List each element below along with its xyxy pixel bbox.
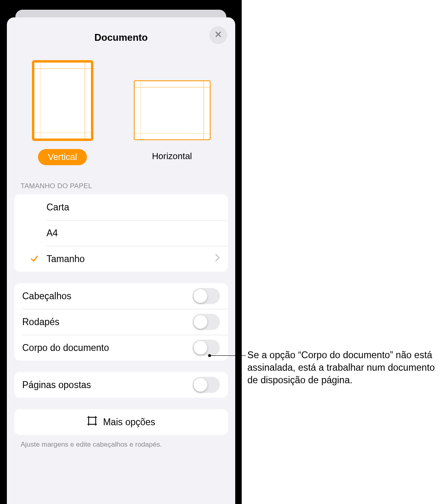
headers-toggle[interactable] — [192, 288, 220, 304]
orientation-selector: Vertical Horizontal — [7, 60, 235, 165]
toggle-label: Cabeçalhos — [22, 291, 192, 302]
paper-size-label: A4 — [46, 228, 220, 239]
toggle-row-facing-pages: Páginas opostas — [14, 372, 228, 398]
paper-size-label: Carta — [46, 202, 220, 213]
toggle-label: Rodapés — [22, 317, 192, 328]
paper-size-custom[interactable]: Tamanho — [14, 246, 228, 272]
page-thumb-portrait-icon — [32, 60, 93, 141]
toggle-row-headers: Cabeçalhos — [14, 283, 228, 309]
toggle-label: Páginas opostas — [22, 380, 192, 391]
toggle-label: Corpo do documento — [22, 342, 192, 353]
callout-leader-line — [209, 355, 246, 356]
facing-pages-group: Páginas opostas — [14, 372, 228, 398]
orientation-vertical-label: Vertical — [38, 149, 86, 165]
toggle-row-footers: Rodapés — [14, 309, 228, 335]
toggles-group: Cabeçalhos Rodapés Corpo do documento — [14, 283, 228, 361]
callout-annotation: Se a opção “Corpo do documento” não está… — [209, 350, 441, 386]
paper-size-group: Carta A4 Tamanho — [14, 194, 228, 272]
app-stage: Documento Vertical Horizontal Tama — [0, 0, 242, 504]
checkmark-icon — [22, 254, 46, 263]
more-options-button[interactable]: Mais opções — [14, 409, 228, 435]
footer-note: Ajuste margens e edite cabeçalhos e roda… — [21, 441, 235, 449]
sheet-header: Documento — [7, 26, 235, 49]
paper-size-a4[interactable]: A4 — [14, 220, 228, 246]
paper-size-carta[interactable]: Carta — [14, 194, 228, 220]
sheet-title: Documento — [95, 32, 148, 43]
close-icon — [215, 31, 222, 40]
more-options-label: Mais opções — [103, 417, 155, 428]
crop-grid-icon — [87, 416, 97, 428]
document-settings-sheet: Documento Vertical Horizontal Tama — [7, 17, 235, 504]
orientation-horizontal-label: Horizontal — [152, 148, 192, 164]
paper-size-label: Tamanho — [46, 254, 215, 265]
footers-toggle[interactable] — [192, 314, 220, 330]
close-button[interactable] — [209, 26, 227, 44]
callout-text: Se a opção “Corpo do documento” não está… — [247, 349, 441, 386]
orientation-horizontal[interactable]: Horizontal — [134, 60, 211, 165]
page-thumb-landscape-icon — [134, 80, 211, 140]
toggle-row-document-body: Corpo do documento — [14, 335, 228, 361]
svg-rect-0 — [89, 417, 95, 424]
paper-size-section-header: Tamanho do Papel — [21, 182, 235, 190]
orientation-vertical[interactable]: Vertical — [32, 60, 93, 165]
chevron-right-icon — [215, 254, 220, 264]
